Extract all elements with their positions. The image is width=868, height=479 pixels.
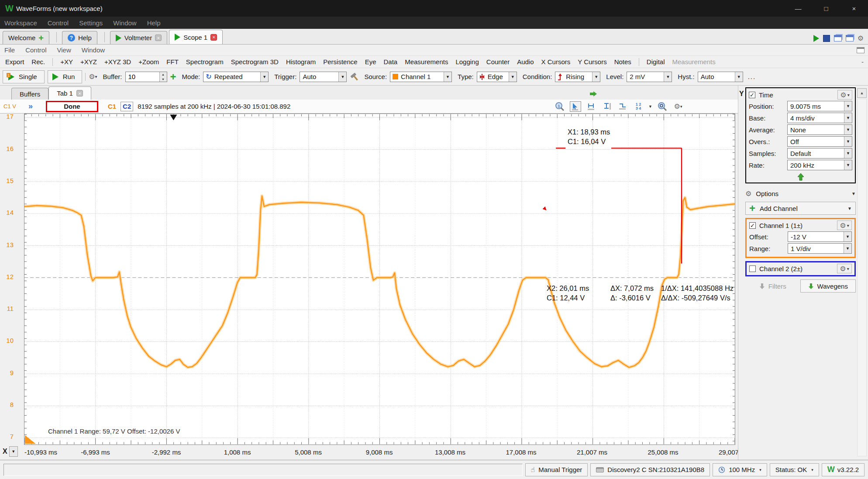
menu-help[interactable]: Help <box>147 19 161 27</box>
stop-all-icon[interactable] <box>823 35 830 42</box>
scroll-time-up-icon[interactable] <box>797 173 804 181</box>
toolbar-spectrogram3d[interactable]: Spectrogram 3D <box>231 58 279 65</box>
menu-view[interactable]: View <box>57 46 71 54</box>
gear-icon[interactable]: ⚙ <box>858 34 864 42</box>
status-ok-button[interactable]: Status: OK ▾ <box>770 463 819 476</box>
rate-select[interactable]: 200 kHz▼ <box>787 160 852 170</box>
cursor1-annotation[interactable]: X1: 18,93 ms C1: 16,04 V <box>568 127 610 146</box>
tab-help[interactable]: ? Help <box>62 31 97 44</box>
hysteresis-select[interactable]: Auto ▼ <box>698 72 743 82</box>
add-channel-button[interactable]: + Add Channel ▼ <box>745 202 856 215</box>
toolbar-data[interactable]: Data <box>384 58 398 65</box>
expand-right-icon[interactable] <box>589 91 597 97</box>
toolbar-overflow[interactable]: - <box>861 58 864 65</box>
offset-select[interactable]: -12 V▼ <box>788 231 852 242</box>
plot-area[interactable]: X1: 18,93 ms C1: 16,04 V X2: 26,01 ms C1… <box>24 114 735 445</box>
vertical-cursor-icon[interactable] <box>601 101 613 112</box>
toolbar-fft[interactable]: FFT <box>166 58 179 65</box>
waveform-plot[interactable] <box>24 114 735 445</box>
single-button[interactable]: 1 Single <box>3 70 45 83</box>
cursor2-annotation[interactable]: X2: 26,01 ms C1: 12,44 V <box>547 283 589 303</box>
options-dropdown-icon[interactable]: ▼ <box>851 191 856 196</box>
channel2-tag[interactable]: C2 <box>121 102 133 111</box>
samples-select[interactable]: Default▼ <box>787 148 852 159</box>
toolbar-logging[interactable]: Logging <box>455 58 479 65</box>
tab-tab1[interactable]: Tab 1 × <box>48 86 91 100</box>
buffer-up-icon[interactable]: ▲ <box>160 72 167 77</box>
close-tab-icon[interactable]: × <box>210 34 217 41</box>
plot-settings-gear-icon[interactable]: ⚙▾ <box>672 101 684 112</box>
add-instrument-icon[interactable]: + <box>38 35 44 41</box>
channel1-checkbox[interactable]: ✓ <box>749 222 756 229</box>
status-dropdown-icon[interactable]: ▾ <box>811 468 813 472</box>
toolbar-xyz3d[interactable]: +XYZ 3D <box>104 58 131 65</box>
tab-buffers[interactable]: Buffers <box>11 88 48 100</box>
panel-scrollbar[interactable] <box>857 99 867 456</box>
toolbar-rec[interactable]: Rec. <box>31 58 45 65</box>
tab-welcome[interactable]: Welcome + <box>3 31 49 44</box>
level-select[interactable]: 2 mV ▼ <box>627 72 672 82</box>
mode-dropdown-icon[interactable]: ▼ <box>260 72 268 82</box>
toolbar-export[interactable]: Export <box>5 58 24 65</box>
type-dropdown-icon[interactable]: ▼ <box>509 72 517 82</box>
condition-dropdown-icon[interactable]: ▼ <box>592 72 600 82</box>
buffer-spinner[interactable]: ▲▼ <box>125 72 167 82</box>
toolbar-counter[interactable]: Counter <box>486 58 510 65</box>
pointer-tool-icon[interactable] <box>570 101 581 112</box>
menu-settings[interactable]: Settings <box>79 19 103 27</box>
toolbar-persistence[interactable]: Persistence <box>323 58 357 65</box>
close-tab-icon[interactable]: × <box>155 34 162 41</box>
channel2-gear-icon[interactable]: ⚙▾ <box>837 264 852 273</box>
zoom-1-icon[interactable]: 1 <box>554 101 565 112</box>
quick-measure-icon[interactable]: 1 23 4 <box>633 101 644 112</box>
more-options-button[interactable]: ... <box>748 73 756 80</box>
menu-window-2[interactable]: Window <box>82 46 105 54</box>
y-axis-button[interactable]: Y <box>739 90 744 98</box>
mode-select[interactable]: ↻ Repeated ▼ <box>203 72 269 82</box>
menu-control-2[interactable]: Control <box>25 46 46 54</box>
toolbar-notes[interactable]: Notes <box>614 58 631 65</box>
run-all-icon[interactable] <box>813 35 819 42</box>
oversampling-dropdown-icon[interactable]: ▼ <box>844 137 852 146</box>
samples-dropdown-icon[interactable]: ▼ <box>844 148 852 158</box>
maximize-button[interactable]: □ <box>812 0 840 17</box>
toolbar-zoom[interactable]: +Zoom <box>138 58 159 65</box>
toolbar-xy[interactable]: +XY <box>60 58 73 65</box>
toolbar-audio[interactable]: Audio <box>517 58 534 65</box>
base-select[interactable]: 4 ms/div▼ <box>787 113 852 123</box>
type-select[interactable]: Edge ▼ <box>477 72 517 82</box>
cursor-dropdown-icon[interactable]: ▼ <box>648 104 652 109</box>
toolbar-x-cursors[interactable]: X Cursors <box>541 58 571 65</box>
range-dropdown-icon[interactable]: ▼ <box>844 244 851 253</box>
oversampling-select[interactable]: Off▼ <box>787 136 852 147</box>
manual-trigger-hammer-icon[interactable] <box>350 72 358 82</box>
position-select[interactable]: 9.0075 ms▼ <box>787 101 852 111</box>
device-button[interactable]: Discovery2 C SN:210321A190B8 <box>590 463 710 476</box>
clock-dropdown-icon[interactable]: ▾ <box>759 468 761 472</box>
expand-chevrons-icon[interactable]: » <box>28 102 33 111</box>
offset-dropdown-icon[interactable]: ▼ <box>844 232 851 241</box>
toolbar-xyz[interactable]: +XYZ <box>80 58 97 65</box>
time-checkbox[interactable]: ✓ <box>749 92 755 98</box>
trigger-dropdown-icon[interactable]: ▼ <box>338 72 346 82</box>
toolbar-digital[interactable]: Digital <box>647 58 665 65</box>
channel1-tag[interactable]: C1 <box>108 103 116 110</box>
panel-icon[interactable] <box>857 47 865 53</box>
source-select[interactable]: Channel 1 ▼ <box>390 72 452 82</box>
scroll-up-icon[interactable]: ▲ <box>857 88 867 98</box>
x-axis-selector[interactable]: X ▼ <box>3 446 18 457</box>
toolbar-y-cursors[interactable]: Y Cursors <box>578 58 606 65</box>
zoom-options-icon[interactable] <box>657 101 668 112</box>
buffer-gear-icon[interactable]: ⚙▾ <box>89 72 97 81</box>
manual-trigger-button[interactable]: ☝ Manual Trigger <box>525 463 588 476</box>
level-dropdown-icon[interactable]: ▼ <box>664 72 672 82</box>
wavegens-button[interactable]: Wavegens <box>800 279 856 293</box>
toolbar-histogram[interactable]: Histogram <box>286 58 316 65</box>
x-axis-dropdown-icon[interactable]: ▼ <box>9 446 18 457</box>
axis-units-label[interactable]: C1 V <box>3 103 16 110</box>
buffer-down-icon[interactable]: ▼ <box>160 77 167 82</box>
base-dropdown-icon[interactable]: ▼ <box>844 113 852 123</box>
range-select[interactable]: 1 V/div▼ <box>788 243 852 254</box>
minimize-button[interactable]: — <box>784 0 812 17</box>
toolbar-eye[interactable]: Eye <box>365 58 376 65</box>
